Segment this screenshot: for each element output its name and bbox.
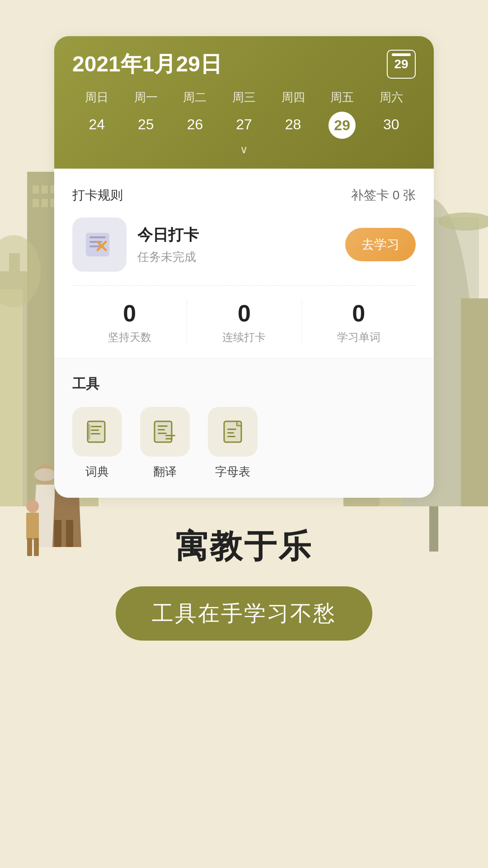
dates-row: 24 25 26 27 28 29 30 <box>72 112 416 139</box>
checkin-today-subtitle: 任务未完成 <box>137 249 345 265</box>
weekday-tue: 周二 <box>170 90 220 105</box>
tool-dictionary-label: 词典 <box>85 464 109 480</box>
checkin-header: 打卡规则 补签卡 0 张 <box>72 187 416 204</box>
date-24[interactable]: 24 <box>72 112 122 139</box>
date-28[interactable]: 28 <box>268 112 318 139</box>
tool-translate-icon-wrap <box>140 407 190 457</box>
stat-consecutive: 0 连续打卡 <box>187 299 301 344</box>
svg-rect-52 <box>165 435 175 436</box>
stat-consecutive-label: 连续打卡 <box>222 330 266 344</box>
date-25[interactable]: 25 <box>122 112 171 139</box>
svg-rect-44 <box>91 429 99 431</box>
stats-divider <box>72 285 416 286</box>
weekdays-row: 周日 周一 周二 周三 周四 周五 周六 <box>72 90 416 105</box>
date-27[interactable]: 27 <box>220 112 269 139</box>
bottom-section: 寓教于乐 工具在手学习不愁 <box>98 498 390 659</box>
date-30[interactable]: 30 <box>366 112 416 139</box>
svg-rect-51 <box>158 433 167 434</box>
weekday-wed: 周三 <box>220 90 269 105</box>
weekday-thu: 周四 <box>268 90 318 105</box>
svg-rect-36 <box>89 236 106 238</box>
stat-persist-number: 0 <box>123 299 136 327</box>
weekday-fri: 周五 <box>318 90 367 105</box>
checkin-text: 今日打卡 任务未完成 <box>137 225 345 265</box>
tools-grid: 词典 <box>72 407 416 480</box>
checkin-rules-label[interactable]: 打卡规则 <box>72 187 123 204</box>
weekday-sun: 周日 <box>72 90 122 105</box>
stat-words-label: 学习单词 <box>337 330 380 344</box>
svg-rect-50 <box>158 429 165 430</box>
tool-dictionary-icon-wrap <box>72 407 122 457</box>
svg-rect-58 <box>227 429 236 430</box>
checkin-body: 今日打卡 任务未完成 去学习 <box>72 217 416 272</box>
svg-rect-53 <box>165 438 173 439</box>
svg-rect-46 <box>88 424 90 439</box>
tools-title: 工具 <box>72 375 416 393</box>
slogan-button[interactable]: 工具在手学习不愁 <box>116 586 372 641</box>
tool-translate[interactable]: 翻译 <box>140 407 190 480</box>
tool-alphabet[interactable]: 字母表 <box>208 407 258 480</box>
svg-rect-60 <box>227 436 235 437</box>
date-29-selected[interactable]: 29 <box>328 112 356 139</box>
svg-rect-35 <box>86 233 109 256</box>
calendar-icon-date: 29 <box>394 58 408 71</box>
svg-rect-43 <box>91 426 102 427</box>
date-26[interactable]: 26 <box>170 112 220 139</box>
checkin-today-title: 今日打卡 <box>137 225 345 245</box>
tool-dictionary[interactable]: 词典 <box>72 407 122 480</box>
tool-alphabet-icon-wrap <box>208 407 258 457</box>
stat-persist-days: 0 坚持天数 <box>72 299 187 344</box>
stat-consecutive-number: 0 <box>238 299 251 327</box>
svg-rect-45 <box>91 433 100 434</box>
stats-row: 0 坚持天数 0 连续打卡 0 学习单词 <box>72 299 416 344</box>
stat-words: 0 学习单词 <box>301 299 416 344</box>
tool-translate-label: 翻译 <box>153 464 177 480</box>
calendar-section: 2021年1月29日 29 周日 周一 周二 周三 周四 周五 周六 24 25 <box>54 36 434 169</box>
calendar-expand-button[interactable]: ∨ <box>72 143 416 160</box>
calendar-icon-button[interactable]: 29 <box>387 50 416 79</box>
dictionary-icon <box>85 420 109 444</box>
slogan-main: 寓教于乐 <box>175 525 313 568</box>
svg-rect-59 <box>227 432 234 434</box>
translate-icon <box>153 420 177 444</box>
calendar-title: 2021年1月29日 <box>72 50 222 79</box>
tool-alphabet-label: 字母表 <box>215 464 250 480</box>
weekday-mon: 周一 <box>122 90 171 105</box>
stat-persist-label: 坚持天数 <box>108 330 151 344</box>
alphabet-icon <box>221 420 245 444</box>
expand-arrow-icon: ∨ <box>240 143 248 156</box>
checkin-card: 打卡规则 补签卡 0 张 <box>54 169 434 359</box>
go-study-button[interactable]: 去学习 <box>345 228 416 261</box>
tools-section: 工具 词典 <box>54 359 434 498</box>
svg-rect-49 <box>158 425 168 427</box>
app-card: 2021年1月29日 29 周日 周一 周二 周三 周四 周五 周六 24 25 <box>54 36 434 498</box>
calendar-icon-bar <box>392 53 411 56</box>
stat-words-number: 0 <box>352 299 365 327</box>
svg-rect-37 <box>89 241 102 243</box>
supplement-label: 补签卡 0 张 <box>351 187 416 204</box>
weekday-sat: 周六 <box>366 90 416 105</box>
checkin-icon-wrap <box>72 217 127 272</box>
checkin-stamp-icon <box>81 226 117 263</box>
